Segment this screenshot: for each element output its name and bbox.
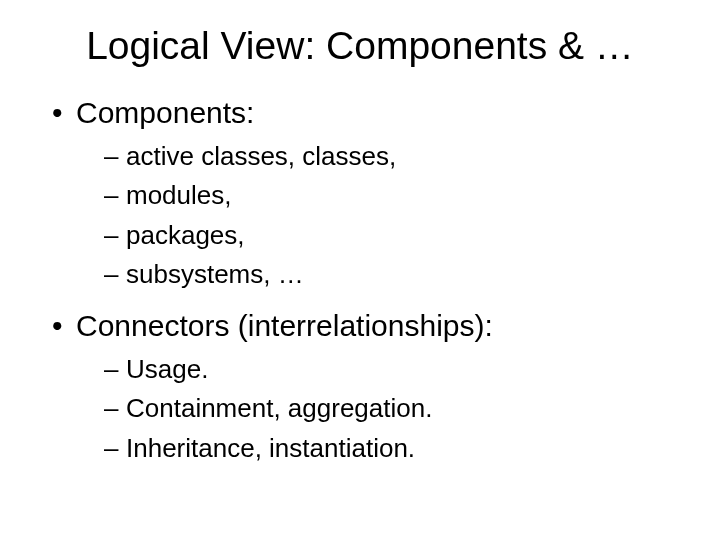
sub-bullet-label: Inheritance, instantiation.	[126, 433, 415, 463]
list-item: Usage.	[104, 353, 690, 386]
slide: Logical View: Components & … Components:…	[0, 0, 720, 540]
sub-list: active classes, classes, modules, packag…	[76, 140, 690, 291]
sub-bullet-label: modules,	[126, 180, 232, 210]
sub-list: Usage. Containment, aggregation. Inherit…	[76, 353, 690, 465]
list-item: packages,	[104, 219, 690, 252]
bullet-list: Components: active classes, classes, mod…	[30, 96, 690, 465]
bullet-label: Connectors (interrelationships):	[76, 309, 493, 342]
list-item: Components: active classes, classes, mod…	[52, 96, 690, 291]
sub-bullet-label: Usage.	[126, 354, 208, 384]
list-item: Containment, aggregation.	[104, 392, 690, 425]
list-item: active classes, classes,	[104, 140, 690, 173]
list-item: subsystems, …	[104, 258, 690, 291]
bullet-label: Components:	[76, 96, 254, 129]
list-item: Inheritance, instantiation.	[104, 432, 690, 465]
slide-title: Logical View: Components & …	[30, 24, 690, 68]
sub-bullet-label: subsystems, …	[126, 259, 304, 289]
sub-bullet-label: active classes, classes,	[126, 141, 396, 171]
sub-bullet-label: Containment, aggregation.	[126, 393, 432, 423]
sub-bullet-label: packages,	[126, 220, 245, 250]
list-item: Connectors (interrelationships): Usage. …	[52, 309, 690, 465]
list-item: modules,	[104, 179, 690, 212]
